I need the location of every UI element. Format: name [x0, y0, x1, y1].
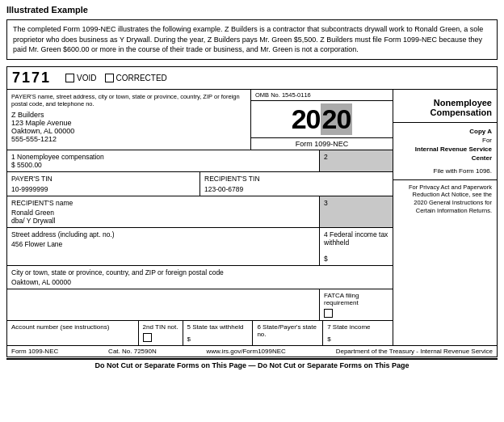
city-row: City or town, state or province, country… — [7, 266, 393, 289]
street-row: Street address (including apt. no.) 456 … — [7, 228, 393, 266]
tin2nd-label: 2nd TIN not. — [143, 323, 178, 331]
section-top: PAYER'S name, street address, city or to… — [7, 90, 393, 150]
payer-city: Oaktown, AL 00000 — [11, 127, 246, 135]
recipient-tin-cell: RECIPIENT'S TIN 123-00-6789 — [200, 172, 393, 196]
copy-entity: Internal Revenue Service Center — [398, 145, 492, 162]
box3-cell: 3 — [320, 196, 393, 227]
street-value: 456 Flower Lane — [11, 240, 315, 248]
form-body: PAYER'S name, street address, city or to… — [7, 90, 497, 345]
noncomp-amount: 5500.00 — [17, 161, 42, 169]
noncomp-title-box: Nonemployee Compensation — [393, 90, 497, 123]
tin-row: PAYER'S TIN 10-9999999 RECIPIENT'S TIN 1… — [7, 172, 393, 196]
box4-cell: 4 Federal income tax withheld $ — [320, 228, 393, 265]
box7-dollar: $ — [327, 335, 388, 343]
recipient-row: RECIPIENT'S name Ronald Green dba/ Y Dry… — [7, 196, 393, 228]
privacy-text: For Privacy Act and Paperwork Reduction … — [409, 184, 492, 214]
noncomp-value: $ 5500.00 — [11, 161, 315, 169]
payer-phone: 555-555-1212 — [11, 135, 246, 143]
box4-label: 4 Federal income tax withheld — [324, 230, 388, 247]
box5-cell: 5 State tax withheld $ — [183, 321, 254, 345]
noncomp-row: 1 Nonemployee compensation $ 5500.00 2 — [7, 150, 393, 172]
year-black: 20 — [292, 103, 321, 135]
right-column: Nonemployee Compensation Copy A For Inte… — [393, 90, 497, 345]
form-name: Form 1099-NEC — [251, 138, 393, 150]
box7-label: 7 State income — [327, 323, 388, 331]
noncomp-label: 1 Nonemployee compensation — [11, 153, 315, 161]
year-shaded: 20 — [321, 103, 353, 135]
copy-box: Copy A For Internal Revenue Service Cent… — [393, 123, 497, 180]
form-footer: Form 1099-NEC Cat. No. 72590N www.irs.go… — [7, 345, 497, 357]
copy-file: File with Form 1096. — [398, 167, 492, 175]
intro-box: The completed Form 1099-NEC illustrates … — [6, 19, 498, 60]
corrected-checkbox-label[interactable]: CORRECTED — [105, 74, 167, 82]
payer-tin-value: 10-9999999 — [11, 185, 195, 193]
city-value: Oaktown, AL 00000 — [11, 278, 388, 286]
tin2nd-checkbox[interactable] — [143, 333, 152, 342]
payer-box: PAYER'S name, street address, city or to… — [7, 90, 251, 150]
intro-text: The completed Form 1099-NEC illustrates … — [13, 25, 483, 53]
payer-tin-cell: PAYER'S TIN 10-9999999 — [7, 172, 200, 196]
account-label: Account number (see instructions) — [11, 323, 134, 331]
street-cell: Street address (including apt. no.) 456 … — [7, 228, 320, 265]
recipient-name-label: RECIPIENT'S name — [11, 199, 315, 207]
box6-cell: 6 State/Payer's state no. — [253, 321, 323, 345]
footer-url: www.irs.gov/Form1099NEC — [207, 348, 286, 355]
recipient-name-value: Ronald Green — [11, 209, 315, 217]
void-checkbox-label[interactable]: VOID — [65, 74, 96, 82]
corrected-label: CORRECTED — [116, 74, 167, 82]
form-main: PAYER'S name, street address, city or to… — [7, 90, 393, 345]
top-bar: 7171 VOID CORRECTED — [7, 67, 497, 90]
fatca-checkbox[interactable] — [324, 309, 333, 318]
recipient-dba: dba/ Y Drywall — [11, 217, 315, 225]
city-label: City or town, state or province, country… — [11, 268, 388, 276]
tin2nd-cell: 2nd TIN not. — [139, 321, 183, 345]
payer-tin-label: PAYER'S TIN — [11, 175, 195, 183]
footer-cat: Cat. No. 72590N — [108, 348, 157, 355]
form-number: 7171 — [12, 70, 51, 87]
fatca-label: FATCA filing requirement — [324, 292, 388, 306]
footer-form: Form 1099-NEC — [11, 348, 58, 355]
corrected-checkbox[interactable] — [105, 74, 114, 82]
box2-label: 2 — [324, 153, 388, 161]
privacy-box: For Privacy Act and Paperwork Reduction … — [393, 180, 497, 345]
noncomp-title: Nonemployee Compensation — [430, 98, 492, 117]
year-row: 2020 — [251, 101, 393, 138]
box5-dollar: $ — [187, 335, 249, 343]
noncomp-cell: 1 Nonemployee compensation $ 5500.00 — [7, 150, 320, 171]
fatca-left — [7, 289, 320, 320]
box6-label: 6 State/Payer's state no. — [257, 323, 318, 338]
donotcut-text: Do Not Cut or Separate Forms on This Pag… — [94, 361, 409, 369]
omb-row: OMB No. 1545-0116 — [251, 90, 393, 101]
street-label: Street address (including apt. no.) — [11, 230, 315, 238]
box3-label: 3 — [324, 199, 388, 207]
copy-title: Copy A — [398, 127, 492, 136]
void-checkbox[interactable] — [65, 74, 74, 82]
box4-dollar: $ — [324, 255, 388, 263]
omb-year-box: OMB No. 1545-0116 2020 Form 1099-NEC — [251, 90, 393, 150]
recipient-name-cell: RECIPIENT'S name Ronald Green dba/ Y Dry… — [7, 196, 320, 227]
box7-cell: 7 State income $ — [323, 321, 393, 345]
payer-address: 123 Maple Avenue — [11, 119, 246, 127]
form-container: 7171 VOID CORRECTED PAYER'S name, street… — [6, 66, 498, 357]
copy-for: For — [398, 136, 492, 145]
account-cell: Account number (see instructions) — [7, 321, 139, 345]
payer-label: PAYER'S name, street address, city or to… — [11, 93, 246, 108]
page-title: Illustrated Example — [6, 5, 498, 15]
box5-label: 5 State tax withheld — [187, 323, 249, 331]
fatca-row: FATCA filing requirement — [7, 289, 393, 321]
recipient-tin-value: 123-00-6789 — [204, 185, 388, 193]
payer-name: Z Builders — [11, 111, 246, 119]
recipient-tin-label: RECIPIENT'S TIN — [204, 175, 388, 183]
box2-cell: 2 — [320, 150, 393, 171]
donotcut-bar: Do Not Cut or Separate Forms on This Pag… — [6, 358, 498, 371]
footer-dept: Department of the Treasury - Internal Re… — [336, 348, 493, 355]
void-label: VOID — [77, 74, 96, 82]
fatca-right: FATCA filing requirement — [320, 289, 393, 320]
bottom-row: Account number (see instructions) 2nd TI… — [7, 321, 393, 345]
noncomp-dollar: $ — [11, 161, 15, 169]
